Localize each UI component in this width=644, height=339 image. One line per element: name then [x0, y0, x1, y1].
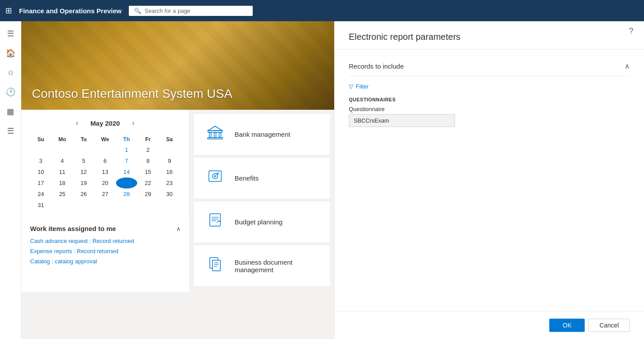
cancel-button[interactable]: Cancel [588, 319, 630, 332]
calendar-day[interactable]: 17 [30, 177, 51, 189]
calendar-day [94, 200, 116, 211]
top-navigation: ⊞ Finance and Operations Preview 🔍 Searc… [0, 0, 644, 21]
calendar-day[interactable]: 24 [30, 189, 51, 200]
svg-marker-5 [208, 126, 222, 131]
calendar-day [159, 200, 180, 211]
svg-rect-4 [208, 138, 223, 139]
calendar-day[interactable]: 4 [51, 155, 73, 166]
sidebar-workspaces[interactable]: ▦ [2, 103, 19, 120]
calendar-day [51, 200, 73, 211]
calendar-day[interactable]: 13 [94, 166, 116, 177]
records-section-header: Records to include ∧ [349, 57, 630, 76]
tile-business-document[interactable]: Business document management [193, 245, 331, 287]
tile-benefits-label: Benefits [235, 174, 258, 182]
calendar-day[interactable]: 23 [159, 177, 180, 189]
calendar-day [30, 144, 51, 155]
cal-header-we: We [94, 135, 116, 144]
tile-benefits[interactable]: Benefits [193, 157, 331, 199]
sidebar-home[interactable]: 🏠 [2, 44, 19, 62]
calendar-day[interactable]: 15 [137, 166, 158, 177]
calendar-day[interactable]: 6 [94, 155, 116, 166]
calendar-day[interactable]: 28 [116, 189, 137, 200]
calendar-day[interactable]: 20 [94, 177, 116, 189]
calendar-month-year: May 2020 [90, 119, 120, 127]
calendar-day[interactable]: 30 [159, 189, 180, 200]
hero-title: Contoso Entertainment System USA [32, 87, 232, 101]
search-bar[interactable]: 🔍 Search for a page [129, 6, 253, 16]
work-items-panel: Work items assigned to me ∧ Cash advance… [21, 218, 189, 275]
calendar-day[interactable]: 3 [30, 155, 51, 166]
calendar-day[interactable]: 14 [116, 166, 137, 177]
budget-planning-icon [204, 210, 226, 234]
calendar-day[interactable]: 18 [51, 177, 73, 189]
search-icon: 🔍 [134, 8, 141, 14]
calendar-prev-button[interactable]: ‹ [71, 117, 83, 129]
sidebar-list[interactable]: ☰ [2, 122, 19, 140]
calendar-day[interactable]: 27 [94, 189, 116, 200]
grid-icon[interactable]: ⊞ [5, 6, 12, 15]
calendar-day[interactable]: 11 [51, 166, 73, 177]
cal-header-fr: Fr [137, 135, 158, 144]
workspace-section: ‹ May 2020 › Su Mo Tu We [21, 110, 334, 292]
filter-link[interactable]: ▽ Filter [349, 83, 630, 90]
work-item-link-1[interactable]: Cash advance request : Record returned [30, 238, 181, 244]
calendar-day[interactable]: 29 [137, 189, 158, 200]
calendar-day[interactable]: 26 [73, 189, 94, 200]
calendar-next-button[interactable]: › [127, 117, 139, 129]
search-placeholder: Search for a page [145, 8, 190, 14]
work-item-link-3[interactable]: Catalog : catalog approval [30, 258, 181, 265]
calendar-day[interactable]: 2 [137, 144, 158, 155]
right-panel-body: Records to include ∧ ▽ Filter QUESTIONNA… [335, 50, 644, 311]
calendar-day[interactable]: 10 [30, 166, 51, 177]
sidebar-favorites[interactable]: ☆ [2, 64, 19, 81]
work-items-collapse-button[interactable]: ∧ [176, 225, 181, 232]
filter-label: Filter [356, 83, 369, 90]
work-items-header: Work items assigned to me ∧ [30, 225, 181, 232]
svg-rect-1 [209, 132, 211, 138]
calendar-day [73, 200, 94, 211]
right-panel-header: Electronic report parameters [335, 21, 644, 50]
calendar-day[interactable]: 21 [116, 177, 137, 189]
content-area: Contoso Entertainment System USA ‹ May 2… [21, 21, 334, 339]
calendar-day[interactable]: 16 [159, 166, 180, 177]
right-panel-title: Electronic report parameters [349, 32, 630, 42]
app-title: Finance and Operations Preview [19, 7, 122, 15]
sidebar-recent[interactable]: 🕐 [2, 83, 19, 101]
calendar-day[interactable]: 5 [73, 155, 94, 166]
calendar-day[interactable]: 31 [30, 200, 51, 211]
svg-rect-3 [219, 132, 221, 138]
svg-rect-14 [212, 260, 220, 271]
questionnaire-field-label: Questionnaire [349, 106, 630, 112]
help-button[interactable]: ? [629, 27, 633, 36]
tiles-panel: Bank management Benefits [190, 110, 334, 292]
calendar-panel: ‹ May 2020 › Su Mo Tu We [21, 110, 189, 218]
calendar-day[interactable]: 19 [73, 177, 94, 189]
right-panel-footer: OK Cancel [335, 311, 644, 339]
calendar-day[interactable]: 7 [116, 155, 137, 166]
calendar-day[interactable]: 9 [159, 155, 180, 166]
calendar-day[interactable]: 12 [73, 166, 94, 177]
sidebar-hamburger[interactable]: ☰ [2, 25, 19, 42]
cal-header-mo: Mo [51, 135, 73, 144]
main-layout: ☰ 🏠 ☆ 🕐 ▦ ☰ Contoso Entertainment System… [0, 21, 644, 339]
ok-button[interactable]: OK [549, 319, 585, 332]
calendar-day[interactable]: 25 [51, 189, 73, 200]
calendar-day [137, 200, 158, 211]
work-item-link-2[interactable]: Expense reports : Record returned [30, 248, 181, 254]
calendar-day[interactable]: 22 [137, 177, 158, 189]
tile-budget-planning[interactable]: Budget planning [193, 201, 331, 243]
tile-bank-management-label: Bank management [235, 131, 290, 138]
calendar-day [116, 200, 137, 211]
calendar-day[interactable]: 8 [137, 155, 158, 166]
records-collapse-button[interactable]: ∧ [625, 62, 630, 70]
calendar-header: ‹ May 2020 › [30, 117, 180, 129]
questionnaire-value: SBCCrsExam [349, 114, 455, 127]
calendar-day [94, 144, 116, 155]
bank-management-icon [204, 123, 226, 146]
calendar-day[interactable]: 1 [116, 144, 137, 155]
benefits-icon [204, 166, 226, 190]
tile-bank-management[interactable]: Bank management [193, 113, 331, 155]
right-panel: ? Electronic report parameters Records t… [334, 21, 644, 339]
filter-icon: ▽ [349, 83, 353, 90]
cal-header-th: Th [116, 135, 137, 144]
